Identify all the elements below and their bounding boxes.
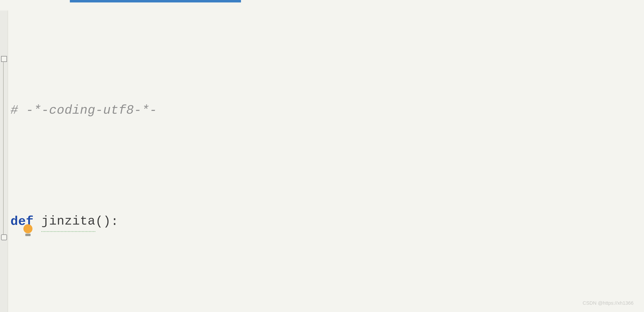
- fold-guide-line: [3, 61, 4, 238]
- code-area[interactable]: # -*-coding-utf8-*- def jinzita(): n = i…: [10, 16, 640, 312]
- code-line-2[interactable]: def jinzita():: [10, 205, 640, 238]
- gutter: [0, 11, 8, 312]
- code-editor[interactable]: # -*-coding-utf8-*- def jinzita(): n = i…: [0, 0, 644, 312]
- paren: ():: [95, 212, 118, 232]
- watermark-text: CSDN @https://xh1366: [583, 299, 634, 307]
- intention-bulb-icon[interactable]: [23, 224, 33, 236]
- active-tab-indicator: [70, 0, 241, 3]
- fold-open-icon[interactable]: [1, 56, 7, 62]
- fold-close-icon[interactable]: [1, 234, 7, 240]
- function-name: jinzita: [42, 212, 95, 232]
- code-line-1[interactable]: # -*-coding-utf8-*-: [10, 94, 640, 127]
- comment-text: # -*-coding-utf8-*-: [10, 101, 157, 120]
